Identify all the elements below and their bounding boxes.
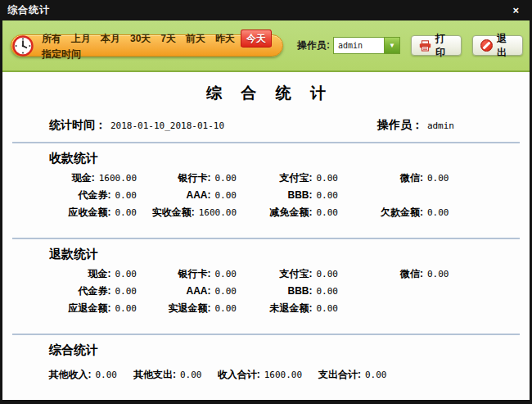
stat-cell: 银行卡:0.00 xyxy=(137,268,237,279)
time-filter-button[interactable]: 本月 xyxy=(97,30,124,47)
stat-value: 0.00 xyxy=(317,303,339,314)
stat-value: 0.00 xyxy=(180,370,202,380)
stat-value: 0.00 xyxy=(215,269,237,279)
section-heading: 收款统计 xyxy=(49,151,530,166)
time-filter-button[interactable]: 30天 xyxy=(126,30,155,47)
stat-cell: 未退金额:0.00 xyxy=(237,302,338,314)
stat-label: 代金券: xyxy=(35,189,111,201)
divider xyxy=(12,238,520,239)
stat-cell: 实退金额:0.00 xyxy=(137,302,237,314)
stat-value: 0.00 xyxy=(317,269,339,279)
stat-value: 0.00 xyxy=(427,173,449,184)
exit-button-label: 退出 xyxy=(497,32,515,60)
stat-label: 银行卡: xyxy=(137,268,211,279)
time-filter-button[interactable]: 指定时间 xyxy=(38,46,85,62)
stat-label: BBB: xyxy=(237,189,313,201)
stat-row: 应退金额:0.00实退金额:0.00未退金额:0.00 xyxy=(2,302,530,314)
report-sections: 收款统计现金:1600.00银行卡:0.00支付宝:0.00微信:0.00代金券… xyxy=(2,151,530,391)
stat-value: 0.00 xyxy=(317,207,339,218)
stat-label: 支出合计: xyxy=(302,369,361,380)
stat-label: 现金: xyxy=(35,172,95,184)
stat-cell: 银行卡:0.00 xyxy=(137,172,237,184)
operator-group: 操作员: admin ▼ xyxy=(297,37,400,54)
stat-cell: BBB:0.00 xyxy=(237,285,338,297)
close-button[interactable]: × xyxy=(507,3,524,18)
stat-value: 0.00 xyxy=(96,370,118,380)
stat-row: 代金券:0.00AAA:0.00BBB:0.00 xyxy=(2,285,530,297)
time-filter-button[interactable]: 所有 xyxy=(38,30,65,47)
time-filter-button[interactable]: 昨天 xyxy=(211,30,239,47)
report-area: 综 合 统 计 统计时间：2018-01-10_2018-01-10 操作员：a… xyxy=(2,72,530,400)
stat-label: 实收金额: xyxy=(137,207,195,218)
report-meta: 统计时间：2018-01-10_2018-01-10 操作员：admin xyxy=(2,104,530,133)
stat-value: 0.00 xyxy=(427,269,449,279)
stat-label: 微信: xyxy=(338,172,423,184)
stat-cell: 欠款金额:0.00 xyxy=(338,207,530,218)
stat-cell: BBB:0.00 xyxy=(237,189,338,201)
stat-cell: 微信:0.00 xyxy=(338,172,530,184)
stat-value: 1600.00 xyxy=(264,370,302,380)
section-heading: 综合统计 xyxy=(49,343,530,358)
stat-cell: 支付宝:0.00 xyxy=(237,172,338,184)
operator-value: admin xyxy=(334,38,384,53)
stat-value: 0.00 xyxy=(115,286,138,297)
stat-label: 应退金额: xyxy=(35,302,111,314)
stat-label: 应收金额: xyxy=(35,207,111,218)
exit-icon xyxy=(480,39,493,52)
stat-value: 0.00 xyxy=(215,286,237,297)
stat-cell: 代金券:0.00 xyxy=(35,189,137,201)
section-refund: 退款统计现金:0.00银行卡:0.00支付宝:0.00微信:0.00代金券:0.… xyxy=(2,247,530,325)
stat-cell: AAA:0.00 xyxy=(137,285,237,297)
stat-cell: 现金:0.00 xyxy=(35,268,137,279)
stat-label: 现金: xyxy=(35,268,111,279)
stat-label: 其他收入: xyxy=(35,369,92,380)
stat-label: 其他支出: xyxy=(117,369,176,380)
operator-dropdown[interactable]: admin ▼ xyxy=(333,37,400,54)
stat-label: BBB: xyxy=(237,285,313,297)
operator-label: 操作员: xyxy=(297,39,330,52)
print-button-label: 打印 xyxy=(435,32,453,60)
stat-value: 0.00 xyxy=(215,173,237,184)
stat-label: 支付宝: xyxy=(237,268,313,279)
stat-row: 现金:0.00银行卡:0.00支付宝:0.00微信:0.00 xyxy=(2,268,530,279)
stat-value: 0.00 xyxy=(317,286,339,297)
time-filter-button[interactable]: 今天 xyxy=(241,30,272,48)
time-filter-button[interactable]: 7天 xyxy=(156,30,180,47)
stat-cell: 现金:1600.00 xyxy=(35,172,137,184)
report-operator-value: admin xyxy=(427,120,454,131)
stat-label: AAA: xyxy=(137,285,211,297)
stat-value: 0.00 xyxy=(317,173,339,184)
report-operator: 操作员：admin xyxy=(377,117,454,133)
stat-label: 未退金额: xyxy=(237,302,313,314)
print-button[interactable]: 打印 xyxy=(411,35,462,56)
time-filter-button[interactable]: 前天 xyxy=(182,30,210,47)
stats-time-value: 2018-01-10_2018-01-10 xyxy=(110,120,224,131)
stat-value: 0.00 xyxy=(427,207,449,218)
exit-button[interactable]: 退出 xyxy=(472,35,523,56)
toolbar: 所有上月本月30天7天前天昨天今天指定时间 操作员: admin ▼ 打印 退出 xyxy=(2,20,530,72)
time-filter-button[interactable]: 上月 xyxy=(67,30,95,47)
stat-cell: 代金券:0.00 xyxy=(35,285,137,297)
stat-label: 微信: xyxy=(338,268,423,279)
stat-cell: 应退金额:0.00 xyxy=(35,302,137,314)
stat-label: 代金券: xyxy=(35,285,111,297)
stat-cell: 支出合计:0.00 xyxy=(302,369,530,380)
dropdown-arrow-icon[interactable]: ▼ xyxy=(384,38,399,53)
time-filter-list: 所有上月本月30天7天前天昨天今天指定时间 xyxy=(37,30,275,61)
stats-time: 统计时间：2018-01-10_2018-01-10 xyxy=(49,117,224,133)
stat-row: 其他收入:0.00其他支出:0.00收入合计:1600.00支出合计:0.00 xyxy=(2,369,530,380)
stat-value: 0.00 xyxy=(317,190,339,201)
stat-cell: 其他支出:0.00 xyxy=(117,369,205,380)
report-title: 综 合 统 计 xyxy=(2,72,530,104)
time-filter-bar: 所有上月本月30天7天前天昨天今天指定时间 xyxy=(11,34,283,57)
print-icon xyxy=(419,40,431,52)
section-heading: 退款统计 xyxy=(49,247,530,262)
stat-value: 0.00 xyxy=(115,269,138,279)
stat-value: 0.00 xyxy=(115,190,138,201)
stat-value: 1600.00 xyxy=(99,173,137,184)
stat-cell: 其他收入:0.00 xyxy=(35,369,117,380)
stat-label: 银行卡: xyxy=(137,172,211,184)
stat-value: 0.00 xyxy=(115,207,138,218)
stat-value: 0.00 xyxy=(365,370,387,380)
stat-label: 收入合计: xyxy=(205,369,260,380)
